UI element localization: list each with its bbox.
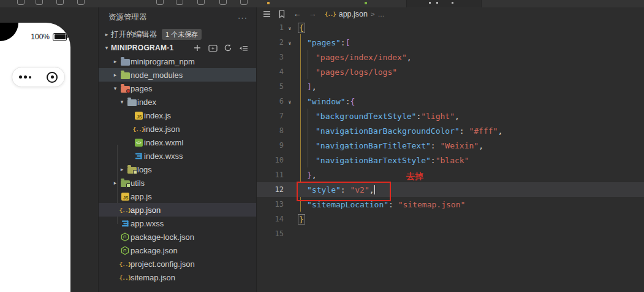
chevron-down-icon[interactable]: ▾ <box>111 85 119 91</box>
line-number[interactable]: 1 <box>257 23 284 32</box>
line-number[interactable]: 7 <box>257 112 284 120</box>
tree-item-label: node_modules <box>131 71 183 80</box>
fold-spacer <box>284 204 296 205</box>
wxss-file-icon <box>135 152 143 160</box>
line-number[interactable]: 13 <box>257 200 284 209</box>
line-number[interactable]: 6 <box>257 97 284 106</box>
code-line-15[interactable]: 15 <box>257 226 644 241</box>
project-root-row[interactable]: ▾ MINIPROGRAM-1 <box>99 41 256 55</box>
fold-spacer <box>284 115 296 117</box>
collapse-all-icon[interactable] <box>238 43 248 53</box>
fold-spacer <box>284 174 296 175</box>
tree-item-index-js[interactable]: JSindex.js <box>99 109 256 122</box>
line-number[interactable]: 14 <box>257 215 284 223</box>
toolbar-icon-fragment[interactable] <box>156 0 164 5</box>
chevron-down-icon[interactable]: ▾ <box>102 45 111 51</box>
tree-item-label: pages <box>131 84 152 93</box>
toolbar-icon-fragment[interactable] <box>17 0 25 5</box>
tree-item-package-lock-json[interactable]: package-lock.json <box>99 230 256 244</box>
tree-item-index-json[interactable]: {..}index.json <box>99 122 256 136</box>
tree-item-project-config-json[interactable]: {..}project.config.json <box>99 257 256 271</box>
line-number[interactable]: 12 <box>257 185 284 194</box>
code-line-1[interactable]: 1∨{ <box>257 20 644 35</box>
fold-spacer <box>284 130 296 131</box>
code-text: } <box>296 215 305 224</box>
code-line-7[interactable]: 7"backgroundTextStyle":"light", <box>257 109 644 123</box>
toolbar-icon-fragment[interactable] <box>77 0 85 5</box>
bookmark-icon[interactable] <box>278 10 286 18</box>
capsule-menu[interactable] <box>12 67 65 87</box>
code-line-2[interactable]: 2∨"pages":[ <box>257 35 644 50</box>
fold-spacer <box>284 145 296 146</box>
code-line-10[interactable]: 10"navigationBarTextStyle":"black" <box>257 153 644 167</box>
code-line-9[interactable]: 9"navigationBarTitleText": "Weixin", <box>257 138 644 153</box>
fold-chevron-icon[interactable]: ∨ <box>284 25 296 31</box>
tree-item-index[interactable]: ▾index <box>99 95 256 109</box>
active-tab-fragment[interactable] <box>406 0 482 7</box>
code-line-3[interactable]: 3"pages/index/index", <box>257 50 644 64</box>
battery-icon <box>53 33 67 41</box>
toolbar-icon-fragment[interactable] <box>219 0 227 5</box>
refresh-icon[interactable] <box>223 43 233 53</box>
chevron-right-icon[interactable]: ▸ <box>111 58 119 64</box>
line-number[interactable]: 4 <box>257 67 284 76</box>
line-number[interactable]: 15 <box>257 229 284 238</box>
fold-chevron-icon[interactable]: ∨ <box>284 98 296 105</box>
outline-list-icon[interactable] <box>262 10 271 18</box>
tree-item-miniprogram-npm[interactable]: ▸miniprogram_npm <box>99 55 256 68</box>
tree-item-sitemap-json[interactable]: {..}sitemap.json <box>99 271 256 284</box>
line-number[interactable]: 10 <box>257 156 284 164</box>
chevron-right-icon[interactable]: ▸ <box>111 180 119 186</box>
toolbar-icon-fragment[interactable] <box>176 0 183 5</box>
code-line-8[interactable]: 8"navigationBarBackgroundColor": "#fff", <box>257 123 644 138</box>
chevron-right-icon[interactable]: ▸ <box>118 166 126 172</box>
capsule-home-icon[interactable] <box>47 72 58 83</box>
chevron-down-icon[interactable]: ▾ <box>118 99 126 105</box>
breadcrumb[interactable]: {..} app.json > … <box>325 10 384 18</box>
line-number[interactable]: 3 <box>257 53 284 61</box>
code-line-5[interactable]: 5], <box>257 79 644 94</box>
new-file-icon[interactable] <box>192 43 202 53</box>
open-editors-row[interactable]: ▸ 打开的编辑器 1 个未保存 <box>99 28 256 41</box>
tree-item-node-modules[interactable]: ▸node_modules <box>99 68 256 82</box>
wxml-file-icon: <> <box>135 139 143 147</box>
breadcrumb-separator: > <box>371 10 374 18</box>
tree-item-app-js[interactable]: JSapp.js <box>99 190 256 203</box>
more-actions-icon[interactable]: ··· <box>238 13 248 22</box>
code-line-14[interactable]: 14} <box>257 212 644 226</box>
line-number[interactable]: 11 <box>257 171 284 179</box>
more-dots-icon[interactable] <box>19 75 31 79</box>
breadcrumb-more[interactable]: … <box>377 10 384 18</box>
chevron-right-icon[interactable]: ▸ <box>111 72 119 78</box>
json-braces-icon: {..} <box>133 126 145 133</box>
tree-item-pages[interactable]: ▾pages <box>99 82 256 95</box>
tree-item-utils[interactable]: ▸utils <box>99 176 256 190</box>
line-number[interactable]: 2 <box>257 38 284 47</box>
tree-item-app-wxss[interactable]: app.wxss <box>99 217 256 230</box>
line-number[interactable]: 9 <box>257 141 284 150</box>
toolbar-icon-fragment[interactable] <box>240 0 248 5</box>
toolbar-icon-fragment[interactable] <box>56 0 64 5</box>
code-line-11[interactable]: 11}, <box>257 167 644 182</box>
tree-item-index-wxss[interactable]: index.wxss <box>99 149 256 163</box>
code-line-4[interactable]: 4"pages/logs/logs" <box>257 64 644 79</box>
breadcrumb-file[interactable]: app.json <box>339 10 368 18</box>
tree-item-label: index.wxml <box>144 138 183 147</box>
new-folder-icon[interactable] <box>208 43 218 53</box>
folder-icon <box>121 180 130 187</box>
code-text: "window":{ <box>296 97 355 106</box>
code-line-6[interactable]: 6∨"window":{ <box>257 94 644 109</box>
chevron-right-icon[interactable]: ▸ <box>102 31 111 37</box>
tree-item-package-json[interactable]: package.json <box>99 244 256 257</box>
nav-back-icon[interactable]: ← <box>293 10 301 18</box>
tree-item-index-wxml[interactable]: <>index.wxml <box>99 136 256 149</box>
tree-item-app-json[interactable]: {..}app.json <box>99 203 256 217</box>
fold-chevron-icon[interactable]: ∨ <box>284 39 296 46</box>
code-area[interactable]: 去掉 1∨{2∨"pages":[3"pages/index/index",4"… <box>257 20 644 241</box>
toolbar-icon-fragment[interactable] <box>197 0 205 5</box>
line-number[interactable]: 5 <box>257 82 284 91</box>
toolbar-icon-fragment[interactable] <box>36 0 43 5</box>
line-number[interactable]: 8 <box>257 126 284 135</box>
tree-item-label: app.wxss <box>131 219 164 228</box>
tree-item-logs[interactable]: ▸logs <box>99 163 256 176</box>
